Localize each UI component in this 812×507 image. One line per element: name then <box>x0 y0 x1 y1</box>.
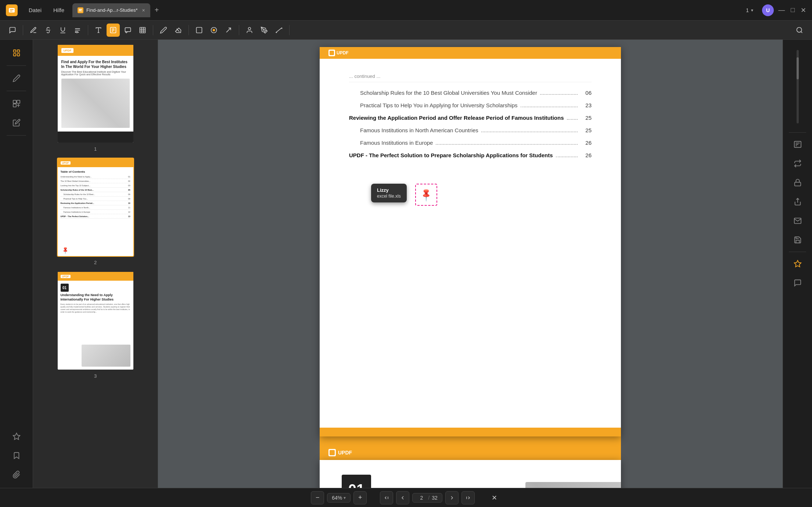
thumbnail-frame-2[interactable]: UPDF Table of Contents Understanding the… <box>57 158 134 257</box>
svg-point-25 <box>263 29 265 30</box>
active-tab[interactable]: Find-and-Ap...r-Studies* × <box>72 3 150 17</box>
shape-tool[interactable] <box>193 24 206 37</box>
toolbar-separator-6 <box>289 25 290 35</box>
sidebar-sep-1 <box>7 65 26 66</box>
toc-dots <box>567 119 578 120</box>
callout-tool[interactable] <box>121 24 134 37</box>
table-tool[interactable] <box>136 24 149 37</box>
sidebar-thumbnails[interactable] <box>8 44 25 62</box>
next-page-btn[interactable] <box>445 491 459 504</box>
pdf-scroll-container: UPDF ... continued ... Scholarship Rules… <box>320 47 621 488</box>
scrollbar-thumb[interactable] <box>797 57 799 79</box>
sidebar-edit-pdf[interactable] <box>8 114 25 132</box>
menu-hilfe[interactable]: Hilfe <box>50 6 68 15</box>
thumbnail-frame-1[interactable]: UPDF Find and Apply For the Best Institu… <box>57 44 134 143</box>
eraser-tool[interactable] <box>172 24 185 37</box>
convert-btn[interactable] <box>789 155 806 172</box>
tab-add-btn[interactable]: + <box>152 4 162 16</box>
zoom-value-display[interactable]: 64% ▾ <box>327 493 351 503</box>
app-logo <box>6 4 18 16</box>
svg-rect-15 <box>140 27 145 33</box>
logo-icon <box>6 4 18 16</box>
sidebar-sep-3 <box>7 135 26 136</box>
zoom-dropdown-icon[interactable]: ▾ <box>344 495 346 500</box>
page3-logo: UPDF <box>328 449 352 456</box>
zoom-percent: 64% <box>332 495 342 501</box>
comment-tool[interactable] <box>6 24 19 37</box>
toolbar-separator-2 <box>88 25 88 35</box>
svg-rect-34 <box>17 54 19 56</box>
prev-page-btn[interactable] <box>396 491 409 504</box>
svg-rect-45 <box>794 182 801 186</box>
menu-datei[interactable]: Datei <box>25 6 45 15</box>
strikethrough-tool[interactable] <box>42 24 55 37</box>
thumbnail-frame-3[interactable]: UPDF 01 Understanding the Need to Apply … <box>57 271 134 370</box>
thumb3-title: Understanding the Need to Apply Internat… <box>61 293 130 302</box>
toc-dots <box>556 157 578 157</box>
close-btn[interactable]: ✕ <box>801 6 806 14</box>
first-page-btn[interactable] <box>380 491 393 504</box>
right-sep-1 <box>789 132 806 133</box>
thumb2-toc-line: Scholarship Rules for the 10 Best...06 <box>61 193 130 197</box>
sidebar-bookmarks[interactable] <box>8 447 25 464</box>
pencil-tool[interactable] <box>157 24 170 37</box>
sidebar-annotate[interactable] <box>8 69 25 87</box>
thumb1-badge: UPDF <box>61 48 74 53</box>
highlight-tool[interactable] <box>27 24 40 37</box>
thumb3-body: Every student is to be part of an advanc… <box>61 303 130 313</box>
search-tool[interactable] <box>793 24 806 37</box>
annotation-tooltip[interactable]: Lizzy excel file.xls <box>371 184 407 202</box>
page-nav-dropdown[interactable]: ▾ <box>751 8 753 13</box>
toc-dots <box>540 94 578 95</box>
text-tool[interactable] <box>92 24 105 37</box>
maximize-btn[interactable]: □ <box>791 6 795 14</box>
measure-tool[interactable] <box>272 24 285 37</box>
arrow-tool[interactable] <box>222 24 235 37</box>
toc-page: 26 <box>581 152 592 158</box>
email-btn[interactable] <box>789 212 806 230</box>
thumbnail-item[interactable]: UPDF Find and Apply For the Best Institu… <box>37 44 153 152</box>
toc-entry-main: Reviewing the Application Period and Off… <box>349 112 592 124</box>
share-btn[interactable] <box>789 193 806 211</box>
svg-marker-40 <box>13 433 19 439</box>
annotation-area: Lizzy excel file.xls 📌 <box>349 176 592 228</box>
toolbar-separator-5 <box>239 25 239 35</box>
sidebar-ai-tools[interactable] <box>8 428 25 445</box>
comment-side-btn[interactable] <box>789 274 806 292</box>
protect-btn[interactable] <box>789 174 806 191</box>
sidebar-page-organize[interactable] <box>8 95 25 112</box>
toc-text: Famous Institutions in North American Co… <box>360 127 478 133</box>
zoom-in-btn[interactable]: + <box>353 491 367 504</box>
text-box-tool[interactable] <box>107 24 120 37</box>
ai-chat-btn[interactable] <box>789 255 806 273</box>
person-tool[interactable] <box>243 24 256 37</box>
svg-rect-35 <box>13 100 16 103</box>
toc-text: Scholarship Rules for the 10 Best Global… <box>360 90 537 96</box>
current-page-input[interactable] <box>417 495 426 501</box>
wavy-underline-tool[interactable] <box>71 24 84 37</box>
toc-entry-main: UPDF - The Perfect Solution to Prepare S… <box>349 149 592 162</box>
scrollbar-track[interactable] <box>797 50 799 123</box>
color-fill-tool[interactable] <box>207 24 220 37</box>
thumbnail-label-1: 1 <box>94 146 97 152</box>
minimize-btn[interactable]: — <box>778 6 785 14</box>
ocr-btn[interactable] <box>789 136 806 153</box>
thumbnail-item-3[interactable]: UPDF 01 Understanding the Need to Apply … <box>37 271 153 379</box>
pen-tool[interactable] <box>258 24 271 37</box>
sidebar-attachments[interactable] <box>8 466 25 483</box>
last-page-btn[interactable] <box>461 491 475 504</box>
svg-marker-47 <box>794 260 801 267</box>
user-avatar[interactable]: U <box>762 4 774 16</box>
pin-annotation[interactable]: 📌 <box>415 184 437 206</box>
underline-tool[interactable] <box>56 24 69 37</box>
tab-close-btn[interactable]: × <box>142 7 145 13</box>
toc-dots <box>481 132 578 132</box>
pdf-viewer[interactable]: UPDF ... continued ... Scholarship Rules… <box>158 40 783 488</box>
thumb2-toc-line: Understanding the Need to Apply...01 <box>61 176 130 179</box>
thumb2-toc-line: Reviewing the Application Period...10 <box>61 202 130 205</box>
save-btn[interactable] <box>789 231 806 249</box>
thumbnail-item-2[interactable]: UPDF Table of Contents Understanding the… <box>37 158 153 265</box>
zoom-close-btn[interactable]: ✕ <box>488 491 501 504</box>
zoom-out-btn[interactable]: − <box>311 491 324 504</box>
toc-text: UPDF - The Perfect Solution to Prepare S… <box>349 152 553 158</box>
